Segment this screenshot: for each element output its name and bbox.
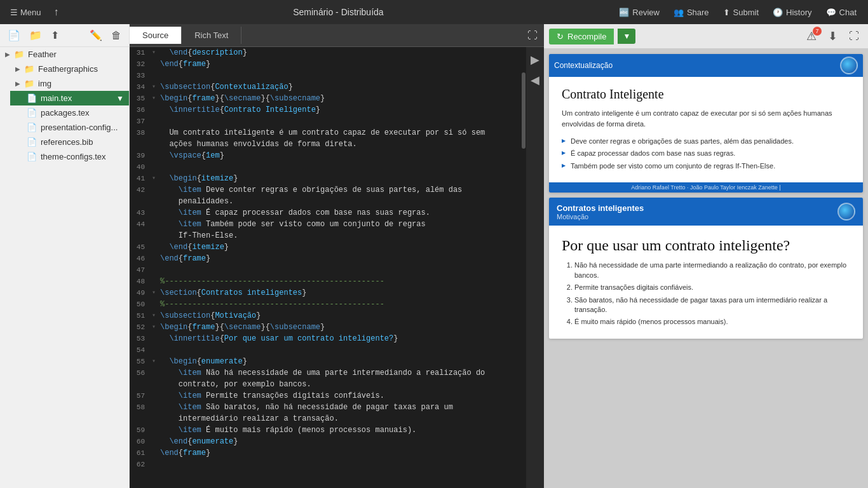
slide-section-title: Contratos inteligentes (557, 203, 644, 213)
fold-button[interactable]: ▾ (150, 93, 158, 104)
tab-rich-text[interactable]: Rich Text (182, 27, 241, 44)
code-line: 32 \end{frame} (130, 58, 521, 70)
fold-button[interactable]: ▾ (150, 47, 158, 58)
sidebar-item-theme-configs[interactable]: 📄 theme-configs.tex (10, 149, 129, 164)
line-number: 49 (130, 287, 150, 299)
list-item: Deve conter regras e obrigações de suas … (562, 135, 850, 147)
line-content: \end{itemize} (158, 241, 521, 253)
expand-preview-icon[interactable]: ⛶ (845, 29, 863, 43)
history-button[interactable]: 🕐 History (766, 5, 818, 20)
list-item: São baratos, não há necessidade de pagar… (574, 294, 850, 316)
tex-file-icon: 📄 (27, 152, 37, 161)
code-line: 60 \end{enumerate} (130, 436, 521, 447)
expand-editor-icon[interactable]: ⛶ (521, 26, 544, 45)
chevron-right-icon: ▶ (15, 80, 20, 87)
line-number: 31 (130, 47, 150, 58)
line-number: 43 (130, 207, 150, 219)
sidebar-item-feather[interactable]: ▶ 📁 Feather (0, 47, 129, 62)
share-button[interactable]: 👥 Share (667, 5, 715, 20)
sidebar-item-label: references.bib (41, 137, 93, 147)
chevron-right-icon: ▶ (15, 65, 20, 72)
upload-files-icon[interactable]: ⬆ (48, 28, 62, 43)
line-number: 34 (130, 81, 150, 93)
sidebar-item-feathergraphics[interactable]: ▶ 📁 Feathergraphics (10, 62, 129, 76)
preview-content[interactable]: Contextualização Contrato Inteligente Um… (544, 49, 868, 488)
chevron-down-icon: ▶ (5, 51, 10, 58)
fold-button[interactable]: ▾ (150, 310, 158, 322)
sidebar-item-presentation-config[interactable]: 📄 presentation-config... (10, 120, 129, 135)
topbar: ☰ Menu ↑ Seminário - Distribuída 🔤 Revie… (0, 0, 868, 24)
list-item: Não há necessidade de uma parte intermed… (574, 259, 850, 281)
delete-icon[interactable]: 🗑 (109, 29, 124, 43)
sidebar-item-label: theme-configs.tex (41, 152, 106, 161)
code-line: 39 \vspace{1em} (130, 150, 521, 161)
fold-button[interactable]: ▾ (150, 287, 158, 299)
code-line: 42 \item Deve conter regras e obrigações… (130, 184, 521, 207)
line-number: 58 (130, 402, 150, 413)
recompile-button[interactable]: ↻ Recompile (549, 29, 614, 44)
line-content: \end{frame} (158, 58, 521, 70)
code-line: 46 \end{frame} (130, 253, 521, 264)
code-line: 38 Um contrato inteligente é um contrato… (130, 127, 521, 150)
menu-button[interactable]: ☰ Menu (5, 5, 46, 20)
scroll-next-icon[interactable]: ▶ (527, 52, 543, 67)
sidebar-item-img[interactable]: ▶ 📁 img (10, 76, 129, 91)
editor-tabs: Source Rich Text ⛶ (130, 24, 544, 47)
line-content: \innertitle{Contrato Inteligente} (158, 104, 521, 116)
code-line: 45 \end{itemize} (130, 241, 521, 253)
tex-file-icon: 📄 (27, 108, 37, 118)
upload-icon[interactable]: ↑ (49, 4, 64, 20)
edit-icon[interactable]: ✏️ (87, 28, 105, 43)
sidebar-item-references-bib[interactable]: 📄 references.bib (10, 135, 129, 149)
sidebar: 📄 📁 ⬆ ✏️ 🗑 ▶ 📁 Feather ▶ 📁 Feathergraphi… (0, 24, 130, 488)
editor-scrollbar[interactable] (521, 47, 526, 488)
download-icon: ⬇ (828, 30, 837, 43)
review-label: Review (632, 8, 660, 17)
topbar-actions: 🔤 Review 👥 Share ⬆ Submit 🕐 History 💬 Ch… (613, 5, 863, 20)
line-content: \begin{frame}{\secname}{\subsecname} (158, 322, 521, 333)
sidebar-item-packages-tex[interactable]: 📄 packages.tex (10, 105, 129, 120)
download-button[interactable]: ⬇ (824, 28, 841, 44)
slide-section-info: Contratos inteligentes Motivação (557, 203, 644, 220)
code-line: 57 \item Permite transações digitais con… (130, 390, 521, 402)
slide-preview-2: Contratos inteligentes Motivação Por que… (549, 198, 863, 339)
code-line: 49▾\section{Contratos inteligentes} (130, 287, 521, 299)
line-content: \item É muito mais rápido (menos process… (158, 424, 521, 436)
line-number: 51 (130, 310, 150, 322)
code-line: 37 (130, 116, 521, 127)
code-line: 34▾\subsection{Contextualização} (130, 81, 521, 93)
sidebar-item-label: presentation-config... (41, 123, 118, 132)
code-line: 44 \item Também pode ser visto como um c… (130, 219, 521, 241)
code-editor[interactable]: 31▾ \end{description}32 \end{frame}33 34… (130, 47, 521, 488)
line-content: \item Permite transações digitais confiá… (158, 390, 521, 402)
line-number: 61 (130, 447, 150, 459)
recompile-dropdown-button[interactable]: ▼ (618, 29, 635, 44)
slide-bullets-1: Deve conter regras e obrigações de suas … (562, 135, 850, 172)
code-line: 59 \item É muito mais rápido (menos proc… (130, 424, 521, 436)
fold-button[interactable]: ▾ (150, 356, 158, 367)
new-file-icon[interactable]: 📄 (5, 28, 23, 43)
recompile-label: Recompile (567, 32, 606, 41)
submit-button[interactable]: ⬆ Submit (717, 5, 765, 20)
chat-button[interactable]: 💬 Chat (820, 5, 863, 20)
scroll-prev-icon[interactable]: ◀ (527, 72, 543, 88)
document-title: Seminário - Distribuída (67, 7, 611, 17)
submit-icon: ⬆ (723, 8, 730, 17)
globe-icon-1 (840, 57, 858, 74)
code-line: 33 (130, 70, 521, 81)
tab-source[interactable]: Source (130, 27, 182, 44)
line-number: 50 (130, 299, 150, 310)
new-folder-icon[interactable]: 📁 (27, 28, 44, 43)
sidebar-item-main-tex[interactable]: 📄 main.tex ▼ (10, 91, 129, 105)
line-number: 39 (130, 150, 150, 161)
share-label: Share (687, 8, 709, 17)
review-button[interactable]: 🔤 Review (613, 5, 666, 20)
fold-button[interactable]: ▾ (150, 81, 158, 93)
line-number: 44 (130, 219, 150, 230)
warnings-button[interactable]: ⚠ 7 (803, 28, 820, 44)
line-number: 56 (130, 367, 150, 379)
fold-button[interactable]: ▾ (150, 322, 158, 333)
sidebar-item-label: Feather (28, 50, 57, 59)
fold-button[interactable]: ▾ (150, 173, 158, 184)
line-number: 40 (130, 161, 150, 173)
